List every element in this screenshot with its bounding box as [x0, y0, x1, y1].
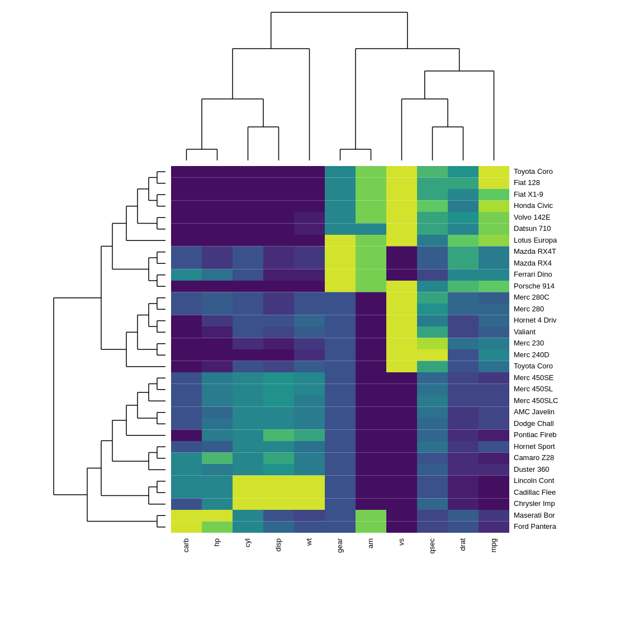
heatmap-container [0, 0, 644, 644]
heatmap-canvas [0, 0, 644, 644]
